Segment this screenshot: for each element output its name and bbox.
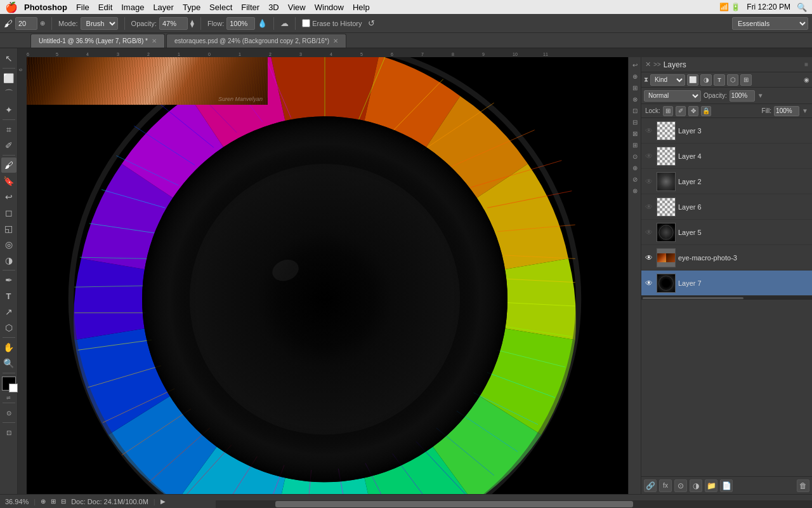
layers-panel-expand[interactable]: >> (653, 61, 661, 68)
shape-tool[interactable]: ⬡ (1, 320, 16, 335)
lasso-tool[interactable]: ⌒ (1, 86, 16, 102)
path-select-tool[interactable]: ↗ (1, 304, 16, 319)
panel-btn-9[interactable]: ⊙ (630, 151, 640, 161)
layer-row-layer2[interactable]: 👁 Layer 2 (641, 169, 812, 194)
marquee-tool[interactable]: ⬜ (1, 70, 16, 86)
panel-btn-2[interactable]: ⊕ (630, 71, 640, 81)
link-layers-btn[interactable]: 🔗 (644, 479, 657, 492)
flow-icon[interactable]: 💧 (258, 19, 267, 28)
panel-btn-7[interactable]: ⊠ (630, 128, 640, 138)
panel-btn-4[interactable]: ⊗ (630, 94, 640, 104)
layers-scrollbar-thumb[interactable] (643, 297, 743, 299)
horizontal-scrollbar[interactable] (216, 500, 812, 508)
filter-toggle[interactable]: ◉ (804, 76, 809, 83)
lock-paint-btn[interactable]: ✐ (676, 106, 686, 116)
tab-untitled-close[interactable]: ✕ (152, 37, 157, 44)
layer-row-layer4[interactable]: 👁 Layer 4 (641, 144, 812, 169)
opacity-chevron[interactable]: ▼ (757, 92, 764, 99)
panel-btn-3[interactable]: ⊞ (630, 83, 640, 93)
zoom-tool[interactable]: 🔍 (1, 356, 16, 371)
group-layers-btn[interactable]: 📁 (705, 479, 717, 492)
crop-tool[interactable]: ⌗ (1, 122, 16, 137)
brush-tool-icon[interactable]: 🖌 (4, 18, 13, 29)
new-layer-btn[interactable]: 📄 (720, 479, 733, 492)
apple-menu[interactable]: 🍎 (5, 1, 18, 13)
canvas-area[interactable]: Suren Manvelyan (27, 57, 628, 494)
layer-row-layer6[interactable]: 👁 Layer 6 (641, 194, 812, 220)
menu-file[interactable]: File (76, 3, 89, 12)
opacity-value-input[interactable] (730, 90, 755, 102)
layers-panel-menu-icon[interactable]: ≡ (804, 61, 808, 68)
swap-colors[interactable]: ⇌ (6, 395, 11, 401)
layer-row-eye-macro[interactable]: 👁 eye-macro-photo-3 (641, 245, 812, 271)
airbrush-icon[interactable]: ☁ (280, 18, 289, 28)
brush-size-input[interactable] (15, 17, 37, 30)
layer2-visibility[interactable]: 👁 (644, 177, 654, 187)
blur-tool[interactable]: ◎ (1, 237, 16, 252)
screen-mode-tool[interactable]: ⊡ (1, 425, 16, 440)
layer5-visibility[interactable]: 👁 (644, 227, 654, 237)
tab-estoraques[interactable]: estoraques.psd @ 24% (Background copy 2,… (166, 34, 346, 48)
erase-history-label[interactable]: Erase to History (302, 19, 362, 27)
filter-smart-btn[interactable]: ⊞ (740, 74, 752, 86)
panel-btn-8[interactable]: ⊞ (630, 140, 640, 150)
delete-layer-btn[interactable]: 🗑 (797, 479, 809, 492)
dodge-tool[interactable]: ◑ (1, 253, 16, 268)
layer-row-layer3[interactable]: 👁 Layer 3 (641, 118, 812, 144)
layer6-visibility[interactable]: 👁 (644, 202, 654, 212)
move-tool[interactable]: ↖ (1, 51, 16, 66)
layer3-visibility[interactable]: 👁 (644, 126, 654, 136)
mode-select[interactable]: Brush (81, 17, 118, 30)
lock-all-btn[interactable]: 🔒 (701, 106, 711, 116)
history-icon[interactable]: ↺ (368, 18, 375, 28)
filter-type-btn[interactable]: T (714, 74, 725, 86)
menu-select[interactable]: Select (209, 3, 232, 12)
status-arrow[interactable]: ▶ (160, 498, 166, 505)
brush-tool[interactable]: 🖌 (1, 157, 16, 173)
search-icon[interactable]: 🔍 (797, 3, 807, 12)
add-mask-btn[interactable]: ⊙ (674, 479, 687, 492)
quick-mask-tool[interactable]: ⊙ (1, 405, 16, 420)
filter-type-select[interactable]: Kind (650, 74, 685, 86)
menu-view[interactable]: View (288, 3, 306, 12)
menu-edit[interactable]: Edit (98, 3, 112, 12)
blend-mode-select[interactable]: Normal (644, 90, 701, 102)
canvas-image[interactable] (27, 57, 628, 494)
type-tool[interactable]: T (1, 288, 16, 304)
app-name[interactable]: Photoshop (24, 3, 67, 12)
menu-layer[interactable]: Layer (153, 3, 174, 12)
layer-row-layer7[interactable]: 👁 Layer 7 (641, 271, 812, 296)
panel-btn-6[interactable]: ⊟ (630, 117, 640, 127)
tab-estoraques-close[interactable]: ✕ (333, 37, 338, 44)
add-adjustment-btn[interactable]: ◑ (690, 479, 702, 492)
gradient-tool[interactable]: ◱ (1, 221, 16, 236)
fill-chevron[interactable]: ▼ (802, 107, 808, 114)
panel-btn-10[interactable]: ⊕ (630, 163, 640, 173)
foreground-color[interactable] (2, 377, 16, 391)
panel-btn-12[interactable]: ⊗ (630, 185, 640, 196)
flow-input[interactable] (226, 17, 255, 30)
panel-btn-5[interactable]: ⊡ (630, 105, 640, 116)
eyedropper-tool[interactable]: ✐ (1, 138, 16, 153)
lock-position-btn[interactable]: ✥ (688, 106, 698, 116)
menu-3d[interactable]: 3D (268, 3, 279, 12)
panel-btn-11[interactable]: ⊘ (630, 174, 640, 184)
erase-history-checkbox[interactable] (302, 19, 310, 27)
tab-untitled[interactable]: Untitled-1 @ 36.9% (Layer 7, RGB/8) * ✕ (30, 34, 165, 48)
filter-pixel-btn[interactable]: ⬜ (687, 74, 698, 86)
scrollbar-thumb[interactable] (275, 501, 633, 507)
fill-value-input[interactable] (774, 106, 799, 116)
menu-image[interactable]: Image (121, 3, 144, 12)
filter-adj-btn[interactable]: ◑ (700, 74, 712, 86)
pen-tool[interactable]: ✒ (1, 272, 16, 288)
eraser-tool[interactable]: ◻ (1, 205, 16, 220)
menu-type[interactable]: Type (183, 3, 200, 12)
filter-shape-btn[interactable]: ⬡ (727, 74, 738, 86)
layers-panel-close[interactable]: ✕ (645, 60, 651, 69)
workspace-select[interactable]: Essentials (732, 17, 808, 30)
hand-tool[interactable]: ✋ (1, 340, 16, 355)
quick-select-tool[interactable]: ✦ (1, 102, 16, 117)
layer7-visibility[interactable]: 👁 (644, 278, 654, 288)
menu-filter[interactable]: Filter (241, 3, 259, 12)
background-color[interactable] (9, 384, 18, 392)
